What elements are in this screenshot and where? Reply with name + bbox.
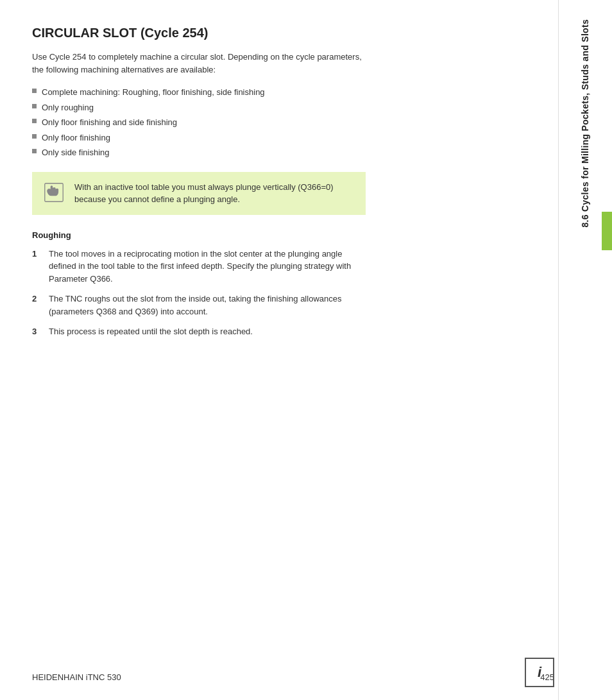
sidebar-label: 8.6 Cycles for Milling Pockets, Studs an… — [580, 19, 590, 228]
footer-left: HEIDENHAIN iTNC 530 — [32, 672, 121, 682]
numbered-item-3: 3 This process is repeated until the slo… — [32, 325, 366, 338]
bullet-icon — [32, 104, 37, 108]
bullet-icon — [32, 89, 37, 93]
bullet-icon — [32, 119, 37, 123]
info-icon: i — [538, 664, 541, 681]
sidebar: 8.6 Cycles for Milling Pockets, Studs an… — [558, 0, 612, 700]
numbered-item-2: 2 The TNC roughs out the slot from the i… — [32, 293, 366, 318]
num-1: 1 — [32, 248, 45, 260]
num-text-1: The tool moves in a reciprocating motion… — [49, 248, 366, 286]
num-text-3: This process is repeated until the slot … — [49, 325, 253, 338]
num-text-2: The TNC roughs out the slot from the ins… — [49, 293, 366, 318]
list-item: Only roughing — [32, 101, 526, 114]
page-footer: HEIDENHAIN iTNC 530 425 — [32, 672, 554, 682]
list-item: Complete machining: Roughing, floor fini… — [32, 86, 526, 99]
numbered-list: 1 The tool moves in a reciprocating moti… — [32, 248, 366, 338]
num-2: 2 — [32, 293, 45, 305]
intro-text: Use Cycle 254 to completely machine a ci… — [32, 51, 366, 76]
main-content: CIRCULAR SLOT (Cycle 254) Use Cycle 254 … — [0, 0, 558, 700]
roughing-title: Roughing — [32, 230, 526, 240]
bullet-icon — [32, 149, 37, 153]
bullet-list: Complete machining: Roughing, floor fini… — [32, 86, 526, 159]
info-box: i — [525, 658, 554, 687]
list-item: Only floor finishing and side finishing — [32, 116, 526, 129]
bullet-icon — [32, 134, 37, 139]
list-item: Only floor finishing — [32, 132, 526, 144]
num-3: 3 — [32, 325, 45, 338]
page-container: CIRCULAR SLOT (Cycle 254) Use Cycle 254 … — [0, 0, 612, 700]
list-item: Only side finishing — [32, 146, 526, 159]
hand-icon — [44, 182, 64, 203]
page-title: CIRCULAR SLOT (Cycle 254) — [32, 26, 526, 40]
note-text: With an inactive tool table you must alw… — [74, 181, 355, 206]
note-icon — [42, 181, 65, 204]
sidebar-text-wrapper: 8.6 Cycles for Milling Pockets, Studs an… — [558, 0, 612, 700]
note-box: With an inactive tool table you must alw… — [32, 172, 366, 215]
numbered-item-1: 1 The tool moves in a reciprocating moti… — [32, 248, 366, 286]
sidebar-green-bar — [602, 212, 612, 250]
